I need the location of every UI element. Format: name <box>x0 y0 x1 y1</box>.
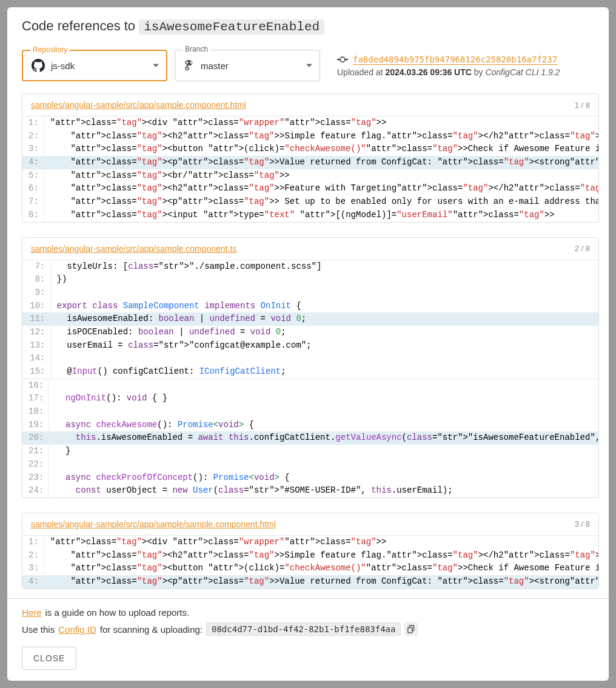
github-icon <box>32 59 45 72</box>
code-references-modal: Code references to isAwesomeFeatureEnabl… <box>7 7 609 681</box>
code-line: 3: "attr">class="tag"><button "attr">(cl… <box>22 562 599 575</box>
repository-label: Repository <box>30 46 70 54</box>
code-line: 2: "attr">class="tag"><h2"attr">class="t… <box>22 549 599 562</box>
code-line: 24: const userObject = new User(class="s… <box>22 484 599 497</box>
title-flag-name: isAwesomeFeatureEnabled <box>139 19 324 35</box>
repository-select[interactable]: Repository js-sdk <box>22 50 167 81</box>
upload-meta: Uploaded at 2024.03.26 09:36 UTC by Conf… <box>337 67 560 77</box>
code-line: 16: <box>22 379 599 393</box>
code-line: 9: <box>22 286 598 300</box>
use-this-text: Use this <box>22 624 55 635</box>
code-line: 19: async checkAwesome(): Promise<void> … <box>22 419 599 432</box>
code-line: 14: <box>22 352 598 365</box>
file-card: samples/angular-sample/src/app/sample/sa… <box>22 513 599 589</box>
copy-icon <box>407 625 415 633</box>
code-line: 8:}) <box>22 273 598 286</box>
branch-value: master <box>201 61 229 71</box>
code-line: 10:export class SampleComponent implemen… <box>22 300 598 313</box>
commit-info: fa8ded4894b975fb947968126c25820b16a7f237… <box>337 54 560 77</box>
file-counter: 3 / 8 <box>575 519 590 528</box>
code-line: 11: isAwesomeEnabled: boolean | undefine… <box>22 312 598 326</box>
copy-config-id-button[interactable] <box>404 622 418 636</box>
file-header: samples/angular-sample/src/app/sample.co… <box>22 238 598 260</box>
branch-icon <box>184 60 195 71</box>
controls-row: Repository js-sdk Branch master fa8ded48… <box>7 40 609 93</box>
code-line: 18: <box>22 405 599 419</box>
guide-link[interactable]: Here <box>22 607 42 618</box>
close-button[interactable]: CLOSE <box>22 647 76 670</box>
code-line: 23: async checkProofOfConcept(): Promise… <box>22 471 599 485</box>
results-scroll-area[interactable]: samples/angular-sample/src/app/sample.co… <box>7 93 609 598</box>
file-header: samples/angular-sample/src/app/sample/sa… <box>22 513 598 536</box>
uploaded-timestamp: 2024.03.26 09:36 UTC <box>385 67 471 77</box>
code-line: 17: ngOnInit(): void { } <box>22 392 599 405</box>
file-counter: 2 / 8 <box>575 244 590 253</box>
code-line: 22: <box>22 458 599 471</box>
branch-label: Branch <box>182 45 210 53</box>
file-header: samples/angular-sample/src/app/sample.co… <box>22 94 598 116</box>
branch-select[interactable]: Branch master <box>175 50 320 81</box>
repository-value: js-sdk <box>51 61 75 71</box>
code-block: 1:"attr">class="tag"><div "attr">class="… <box>22 536 599 589</box>
code-line: 7: styleUrls: [class="str">"./sample.com… <box>22 260 598 274</box>
code-line: 2: "attr">class="tag"><h2"attr">class="t… <box>22 130 599 143</box>
code-line: 15: @Input() configCatClient: IConfigCat… <box>22 365 598 379</box>
code-line: 1:"attr">class="tag"><div "attr">class="… <box>22 536 599 549</box>
code-line: 3: "attr">class="tag"><button "attr">(cl… <box>22 143 599 156</box>
file-card: samples/angular-sample/src/app/sample.co… <box>22 93 599 223</box>
modal-footer: Here is a guide on how to upload reports… <box>7 598 609 681</box>
file-path-link[interactable]: samples/angular-sample/src/app/sample.co… <box>31 244 236 254</box>
code-line: 6: "attr">class="tag"><h2"attr">class="t… <box>22 182 599 195</box>
commit-icon <box>337 54 348 65</box>
code-line: 7: "attr">class="tag"><p"attr">class="ta… <box>22 195 599 209</box>
code-line: 4: "attr">class="tag"><p"attr">class="ta… <box>22 156 599 169</box>
config-id-value: 08dc4d77-d1bd-4f42-82b1-bf1fe883f4aa <box>206 622 401 636</box>
config-id-link[interactable]: Config ID <box>58 624 96 635</box>
code-block: 1:"attr">class="tag"><div "attr">class="… <box>22 116 599 222</box>
code-line: 5: "attr">class="tag"><br/"attr">class="… <box>22 169 599 183</box>
uploader-name: ConfigCat CLI 1.9.2 <box>485 67 560 77</box>
code-line: 4: "attr">class="tag"><p"attr">class="ta… <box>22 575 599 589</box>
chevron-down-icon <box>153 64 159 67</box>
uploaded-by-label: by <box>472 67 486 77</box>
code-line: 21: } <box>22 445 599 458</box>
file-path-link[interactable]: samples/angular-sample/src/app/sample/sa… <box>31 519 276 529</box>
code-line: 8: "attr">class="tag"><input "attr">type… <box>22 209 599 222</box>
code-line: 1:"attr">class="tag"><div "attr">class="… <box>22 116 599 130</box>
file-card: samples/angular-sample/src/app/sample.co… <box>22 237 599 498</box>
guide-text: is a guide on how to upload reports. <box>45 607 190 618</box>
file-path-link[interactable]: samples/angular-sample/src/app/sample.co… <box>31 100 246 110</box>
code-line: 13: userEmail = class="str">"configcat@e… <box>22 339 598 352</box>
code-block: 16:17: ngOnInit(): void { }18:19: async … <box>22 379 599 497</box>
title-prefix: Code references to <box>22 18 139 33</box>
commit-hash-link[interactable]: fa8ded4894b975fb947968126c25820b16a7f237 <box>353 55 557 65</box>
code-block: 7: styleUrls: [class="str">"./sample.com… <box>22 260 598 379</box>
file-counter: 1 / 8 <box>575 101 590 110</box>
code-line: 20: this.isAwesomeEnabled = await this.c… <box>22 431 599 445</box>
uploaded-prefix: Uploaded at <box>337 67 385 77</box>
code-line: 12: isPOCEnabled: boolean | undefined = … <box>22 326 598 339</box>
modal-title: Code references to isAwesomeFeatureEnabl… <box>22 18 594 34</box>
chevron-down-icon <box>306 64 312 67</box>
scan-tail-text: for scanning & uploading: <box>100 624 203 635</box>
modal-header: Code references to isAwesomeFeatureEnabl… <box>7 7 609 40</box>
